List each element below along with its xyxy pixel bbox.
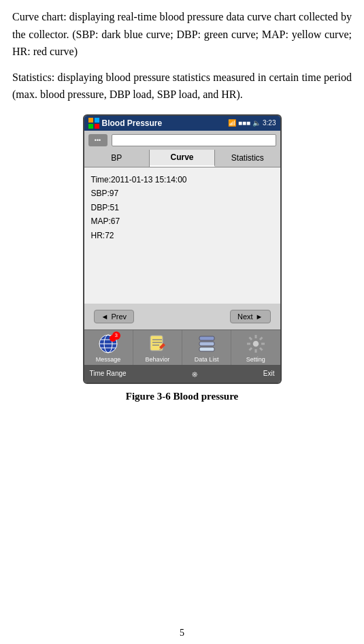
data-line-sbp: SBP:97 [91,187,274,200]
prev-button[interactable]: ◄ Prev [94,310,135,323]
data-line-dbp: DBP:51 [91,201,274,214]
paragraph-2: Statistics: displaying blood pressure st… [12,69,352,103]
figure-caption: Figure 3-6 Blood pressure [126,391,238,402]
time-display: 3:23 [263,119,276,127]
data-line-map: MAP:67 [91,214,274,228]
status-icons: 📶 ■■■ 🔈 3:23 [228,119,276,127]
tab-curve[interactable]: Curve [150,150,215,167]
status-title: Blood Pressure [102,118,228,128]
page-number: 5 [12,628,352,639]
windows-logo-icon [88,118,99,129]
svg-rect-1 [95,118,99,123]
content-area: Time:2011-01-13 15:14:00 SBP:97 DBP:51 M… [84,167,280,304]
search-bar: ••• [84,131,280,150]
setting-label: Setting [246,356,265,363]
svg-rect-0 [88,118,93,123]
app-icon-setting[interactable]: Setting [231,330,280,365]
message-badge: 3 [112,332,120,340]
soft-key-left[interactable]: Time Range [90,370,127,377]
tab-statistics[interactable]: Statistics [215,150,280,167]
datalist-icon [196,333,218,355]
device-mockup: Blood Pressure 📶 ■■■ 🔈 3:23 ••• BP [83,114,282,384]
setting-icon [245,333,267,355]
svg-rect-3 [95,124,99,129]
soft-key-bar: Time Range ⎈ Exit [84,365,280,383]
svg-rect-17 [199,342,214,346]
search-input[interactable] [112,134,276,146]
nav-buttons: ◄ Prev Next ► [84,304,280,329]
message-label: Message [96,356,121,363]
app-icon-message[interactable]: 3 Message [84,330,133,365]
figure-container: Blood Pressure 📶 ■■■ 🔈 3:23 ••• BP [12,114,352,402]
next-button[interactable]: Next ► [230,310,271,323]
svg-line-26 [260,337,263,340]
back-button[interactable]: ••• [88,134,107,146]
datalist-label: Data List [195,356,219,363]
svg-point-19 [252,340,259,347]
speaker-icon: 🔈 [252,119,261,127]
paragraph-1: Curve chart: displaying real-time blood … [12,8,352,61]
app-bar: 3 Message [84,329,280,365]
tab-bp[interactable]: BP [84,150,150,167]
wifi-icon: ■■■ [238,119,250,127]
behavior-label: Behavior [146,356,170,363]
signal-icon: 📶 [228,119,236,127]
svg-line-25 [260,348,263,351]
tab-curve-label: Curve [170,152,193,162]
tab-statistics-label: Statistics [231,153,264,163]
back-icon: ••• [95,137,101,144]
svg-rect-2 [88,124,93,129]
svg-line-24 [249,337,252,340]
prev-arrow-icon: ◄ [101,312,109,321]
behavior-icon [146,333,168,355]
tab-bp-label: BP [111,153,122,163]
next-label: Next [237,312,253,321]
next-arrow-icon: ► [256,312,263,321]
prev-label: Prev [111,312,127,321]
data-line-time: Time:2011-01-13 15:14:00 [91,173,274,187]
soft-key-right[interactable]: Exit [263,370,275,377]
app-icon-datalist[interactable]: Data List [182,330,231,365]
app-icon-behavior[interactable]: Behavior [133,330,182,365]
tab-bar: BP Curve Statistics [84,150,280,167]
svg-line-27 [249,348,252,351]
svg-rect-16 [199,336,214,340]
status-bar: Blood Pressure 📶 ■■■ 🔈 3:23 [84,116,280,131]
keyboard-icon[interactable]: ⎈ [192,368,197,379]
data-line-hr: HR:72 [91,229,274,242]
svg-rect-18 [199,347,214,351]
